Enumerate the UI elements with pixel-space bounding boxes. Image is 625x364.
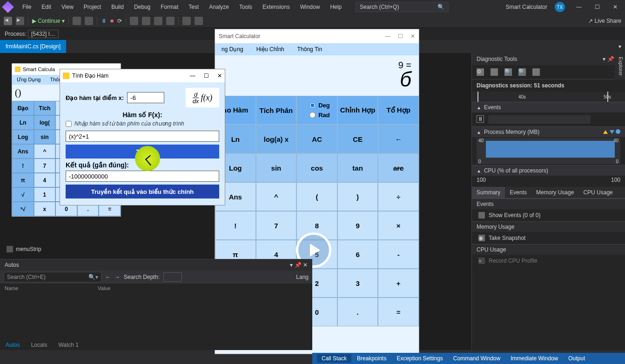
cpu-section[interactable]: CPU (% of all processors) [484, 167, 548, 174]
gear-icon[interactable]: ⚙ [477, 68, 484, 76]
rkey-4-0[interactable]: ! [215, 211, 256, 240]
keyboard-checkbox[interactable] [66, 121, 72, 127]
dkey-3-1[interactable]: ^ [34, 144, 56, 159]
run-maximize[interactable]: ☐ [398, 33, 403, 40]
pause-icon[interactable]: ⏸ [101, 18, 107, 24]
dkey-2-0[interactable]: Log [12, 130, 34, 144]
timeline[interactable]: 40s 50s [472, 92, 625, 102]
events-section[interactable]: Events [484, 104, 501, 111]
run-menu-3[interactable]: Thông Tin [291, 43, 329, 55]
rkey-2-3[interactable]: tan [337, 153, 378, 182]
depth-select[interactable] [163, 272, 182, 282]
tab-dropdown[interactable]: ▾ [618, 43, 625, 50]
tb-icon-2[interactable] [85, 17, 93, 25]
dkey-7-1[interactable]: x [34, 202, 56, 216]
rkey-7-3[interactable]: . [337, 298, 378, 326]
rkey-5-3[interactable]: 6 [337, 240, 378, 269]
rkey-5-4[interactable]: - [378, 240, 419, 269]
dkey-5-0[interactable]: π [12, 173, 34, 187]
restart-icon[interactable]: ⟳ [117, 18, 122, 24]
user-badge[interactable]: TX [555, 2, 565, 12]
dkey-0-0[interactable]: Đạo [12, 101, 34, 115]
rkey-3-4[interactable]: ÷ [378, 182, 419, 211]
dkey-2-1[interactable]: sin [34, 130, 56, 144]
zoom-in-icon[interactable]: 🔍 [504, 68, 512, 76]
tb-icon-8[interactable] [195, 17, 203, 25]
autos-controls[interactable]: ▾ 📌 ✕ [290, 262, 308, 268]
menu-help[interactable]: Help [325, 2, 346, 12]
menu-test[interactable]: Test [184, 2, 203, 12]
menu-analyze[interactable]: Analyze [204, 2, 234, 12]
diag-icon-2[interactable] [491, 68, 498, 76]
rkey-1-4[interactable]: ← [378, 125, 419, 153]
back-icon[interactable]: ◄ [4, 17, 12, 25]
show-events-link[interactable]: Show Events (0 of 0) [472, 209, 625, 221]
record-cpu-link[interactable]: ●Record CPU Profile [472, 255, 625, 267]
diag-icon-5[interactable] [532, 68, 540, 76]
run-minimize[interactable]: — [385, 33, 390, 40]
designer-menu-1[interactable]: Ứng Dụng [12, 75, 45, 85]
dkey-7-0[interactable]: ³√ [12, 202, 34, 216]
rkey-3-3[interactable]: ) [337, 182, 378, 211]
rkey-2-1[interactable]: sin [256, 153, 297, 182]
menu-debug[interactable]: Debug [129, 2, 155, 12]
rkey-1-2[interactable]: AC [296, 125, 337, 153]
solution-explorer-tab[interactable]: Explorer [615, 53, 625, 79]
dkey-3-0[interactable]: Ans [12, 144, 34, 159]
tab-watch[interactable]: Watch 1 [53, 340, 84, 350]
tb-icon-6[interactable] [166, 17, 175, 25]
zoom-out-icon[interactable]: 🔍 [518, 68, 526, 76]
tab-immediate[interactable]: Immediate Window [506, 354, 563, 363]
tab-locals[interactable]: Locals [26, 340, 53, 350]
tab-cpu[interactable]: CPU Usage [578, 187, 617, 198]
menustrip-label[interactable]: menuStrip [7, 246, 41, 252]
rkey-7-4[interactable]: = [378, 298, 419, 326]
dkey-1-0[interactable]: Ln [12, 115, 34, 130]
global-search[interactable]: Search (Ctrl+Q) 🔍 [356, 2, 449, 12]
nav-back-icon[interactable]: ← [105, 274, 111, 280]
rkey-0-3[interactable]: Chỉnh Hợp [337, 96, 378, 125]
dialog-maximize[interactable]: ☐ [204, 73, 209, 79]
menu-edit[interactable]: Edit [37, 2, 56, 12]
dkey-0-1[interactable]: Tích [34, 101, 56, 115]
menu-tools[interactable]: Tools [235, 2, 257, 12]
tb-icon-7[interactable] [182, 17, 191, 25]
dialog-minimize[interactable]: — [190, 73, 195, 79]
rkey-0-4[interactable]: Tổ Hợp [378, 96, 419, 125]
rkey-4-4[interactable]: × [378, 211, 419, 240]
dkey-4-0[interactable]: ! [12, 159, 34, 173]
rkey-2-2[interactable]: cos [296, 153, 337, 182]
tab-autos[interactable]: Autos [0, 340, 26, 350]
transfer-button[interactable]: Truyền kết quả vào biểu thức chính [66, 185, 219, 199]
rkey-6-3[interactable]: 3 [337, 269, 378, 298]
maximize-button[interactable]: ☐ [591, 2, 604, 12]
tb-icon-3[interactable] [130, 17, 138, 25]
tb-icon-5[interactable] [154, 17, 162, 25]
col-value[interactable]: Value [98, 285, 110, 291]
autos-search[interactable]: Search (Ctrl+E)🔍▾ [4, 272, 101, 282]
dkey-1-1[interactable]: log( [34, 115, 56, 130]
tab-command[interactable]: Command Window [449, 354, 505, 363]
forward-icon[interactable]: ► [16, 17, 24, 25]
tab-exception[interactable]: Exception Settings [392, 354, 447, 363]
function-input[interactable] [66, 131, 219, 142]
dkey-5-1[interactable]: 4 [34, 173, 56, 187]
menu-build[interactable]: Build [107, 2, 128, 12]
close-button[interactable]: ✕ [609, 2, 621, 12]
menu-view[interactable]: View [57, 2, 78, 12]
minimize-button[interactable]: — [572, 2, 585, 12]
menu-extensions[interactable]: Extensions [258, 2, 295, 12]
run-menu-1[interactable]: ng Dụng [215, 43, 250, 55]
pause-events-icon[interactable]: ⏸ [477, 115, 484, 123]
tab-memory[interactable]: Memory Usage [531, 187, 578, 198]
run-menu-2[interactable]: Hiệu Chỉnh [250, 43, 291, 55]
memory-section[interactable]: Process Memory (MB) [484, 129, 539, 135]
tab-design[interactable]: frmMainIC.cs [Design] [0, 40, 66, 53]
menu-window[interactable]: Window [296, 2, 325, 12]
rkey-4-1[interactable]: 7 [256, 211, 297, 240]
rkey-2-4[interactable]: arc [378, 153, 419, 182]
nav-fwd-icon[interactable]: → [114, 274, 120, 280]
tab-breakpoints[interactable]: Breakpoints [352, 354, 391, 363]
rkey-1-1[interactable]: log(a) x [256, 125, 297, 153]
rkey-3-1[interactable]: ^ [256, 182, 297, 211]
